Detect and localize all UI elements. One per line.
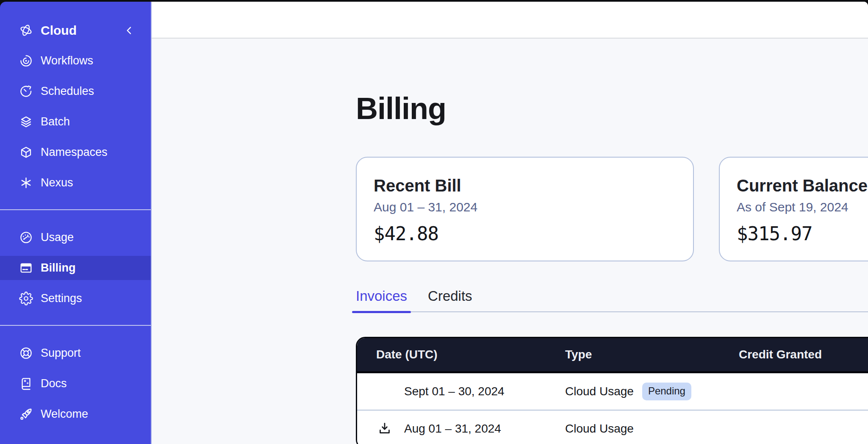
sidebar: Cloud Workflows Schedules — [0, 2, 152, 444]
table-row: Sept 01 – 30, 2024 Cloud Usage Pending — [357, 373, 868, 411]
card-title: Recent Bill — [374, 175, 676, 196]
workflows-icon — [19, 54, 33, 68]
sidebar-item-label: Billing — [41, 261, 76, 275]
batch-icon — [19, 115, 33, 129]
tab-invoices[interactable]: Invoices — [356, 288, 407, 311]
table-header: Date (UTC) Type Credit Granted — [357, 338, 868, 373]
sidebar-item-label: Nexus — [41, 176, 73, 189]
table-row: Aug 01 – 31, 2024 Cloud Usage — [357, 411, 868, 444]
download-slot-empty — [376, 383, 393, 400]
main-area: Billing Recent Bill Aug 01 – 31, 2024 $4… — [152, 2, 868, 444]
sidebar-brand[interactable]: Cloud — [0, 18, 151, 42]
sidebar-divider — [0, 325, 151, 326]
summary-cards: Recent Bill Aug 01 – 31, 2024 $42.88 Cur… — [356, 157, 868, 261]
invoice-type-cell: Cloud Usage Pending — [565, 383, 739, 400]
sidebar-item-workflows[interactable]: Workflows — [0, 49, 151, 73]
app-window: Cloud Workflows Schedules — [0, 2, 868, 444]
usage-icon — [19, 230, 33, 244]
sidebar-item-label: Docs — [41, 377, 67, 390]
sidebar-item-usage[interactable]: Usage — [0, 225, 151, 250]
sidebar-item-label: Usage — [41, 231, 74, 244]
sidebar-item-label: Namespaces — [41, 146, 108, 159]
card-amount: $42.88 — [374, 223, 676, 245]
recent-bill-card: Recent Bill Aug 01 – 31, 2024 $42.88 — [356, 157, 694, 261]
sidebar-item-label: Welcome — [41, 408, 88, 421]
sidebar-item-support[interactable]: Support — [0, 341, 151, 365]
sidebar-item-label: Schedules — [41, 85, 94, 98]
invoice-type: Cloud Usage — [565, 422, 634, 436]
sidebar-item-settings[interactable]: Settings — [0, 286, 151, 311]
topbar — [152, 2, 868, 39]
collapse-sidebar-button[interactable] — [124, 25, 135, 36]
invoice-date-cell: Sept 01 – 30, 2024 — [376, 383, 565, 400]
schedules-icon — [19, 84, 33, 98]
invoice-date-cell: Aug 01 – 31, 2024 — [376, 420, 565, 437]
invoice-date: Sept 01 – 30, 2024 — [404, 385, 505, 398]
sidebar-item-label: Batch — [41, 115, 70, 128]
card-title: Current Balance — [737, 175, 868, 196]
page-title: Billing — [356, 92, 868, 125]
brand-label: Cloud — [41, 23, 77, 38]
namespaces-icon — [19, 145, 33, 159]
column-header-date: Date (UTC) — [376, 348, 565, 361]
sidebar-item-namespaces[interactable]: Namespaces — [0, 140, 151, 164]
column-header-type: Type — [565, 348, 739, 361]
welcome-rocket-icon — [19, 407, 33, 421]
settings-icon — [19, 291, 33, 305]
sidebar-item-label: Support — [41, 347, 81, 360]
docs-icon — [19, 377, 33, 391]
sidebar-item-billing[interactable]: Billing — [0, 256, 151, 280]
current-balance-card: Current Balance As of Sept 19, 2024 $315… — [719, 157, 868, 261]
sidebar-item-welcome[interactable]: Welcome — [0, 402, 151, 426]
card-subtitle: As of Sept 19, 2024 — [737, 199, 868, 215]
invoice-type: Cloud Usage — [565, 385, 634, 398]
nexus-icon — [19, 176, 33, 190]
invoice-date: Aug 01 – 31, 2024 — [404, 422, 501, 436]
sidebar-item-label: Workflows — [41, 54, 93, 67]
sidebar-item-nexus[interactable]: Nexus — [0, 171, 151, 195]
column-header-credit: Credit Granted — [739, 348, 868, 361]
sidebar-item-docs[interactable]: Docs — [0, 372, 151, 396]
temporal-logo-icon — [19, 23, 33, 37]
sidebar-divider — [0, 209, 151, 210]
sidebar-item-schedules[interactable]: Schedules — [0, 79, 151, 103]
invoices-table: Date (UTC) Type Credit Granted Sept 01 –… — [356, 337, 868, 444]
sidebar-item-batch[interactable]: Batch — [0, 110, 151, 134]
invoice-type-cell: Cloud Usage — [565, 422, 739, 436]
billing-icon — [19, 261, 33, 275]
billing-page: Billing Recent Bill Aug 01 – 31, 2024 $4… — [152, 39, 868, 444]
download-icon — [377, 421, 392, 436]
tab-credits[interactable]: Credits — [428, 288, 472, 311]
card-subtitle: Aug 01 – 31, 2024 — [374, 199, 676, 215]
support-icon — [19, 346, 33, 360]
sidebar-item-label: Settings — [41, 292, 82, 305]
chevron-left-icon — [124, 25, 135, 36]
billing-tabs: Invoices Credits — [356, 288, 868, 312]
download-invoice-button[interactable] — [376, 420, 393, 437]
status-badge: Pending — [642, 383, 691, 400]
card-amount: $315.97 — [737, 223, 868, 245]
